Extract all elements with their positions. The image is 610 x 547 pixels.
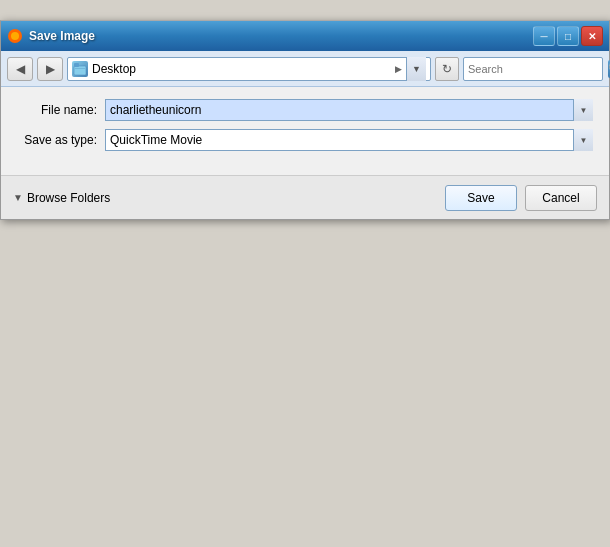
filename-row: File name: ▼	[17, 99, 593, 121]
footer-buttons: Save Cancel	[445, 185, 597, 211]
maximize-button[interactable]: □	[557, 26, 579, 46]
search-bar[interactable]: 🔍	[463, 57, 603, 81]
svg-rect-4	[75, 68, 85, 69]
location-bar[interactable]: Desktop ▶ ▼	[67, 57, 431, 81]
refresh-button[interactable]: ↻	[435, 57, 459, 81]
svg-point-1	[11, 32, 19, 40]
browse-folders-label: Browse Folders	[27, 191, 110, 205]
window-icon	[7, 28, 23, 44]
close-button[interactable]: ✕	[581, 26, 603, 46]
toolbar: ◀ ▶ Desktop ▶ ▼ ↻	[1, 51, 609, 87]
location-dropdown-button[interactable]: ▼	[406, 57, 426, 81]
forward-button[interactable]: ▶	[37, 57, 63, 81]
svg-rect-3	[74, 63, 79, 67]
browse-folders-button[interactable]: ▼ Browse Folders	[13, 191, 110, 205]
filename-input-wrapper: ▼	[105, 99, 593, 121]
location-arrow: ▶	[395, 64, 402, 74]
back-icon: ◀	[16, 62, 25, 76]
filetype-row: Save as type: QuickTime Movie ▼	[17, 129, 593, 151]
dialog-body: File name: ▼ Save as type: QuickTime Mov…	[1, 87, 609, 175]
cancel-button[interactable]: Cancel	[525, 185, 597, 211]
svg-rect-2	[74, 66, 86, 75]
refresh-icon: ↻	[442, 62, 452, 76]
filename-input[interactable]	[105, 99, 593, 121]
filename-dropdown-button[interactable]: ▼	[573, 99, 593, 121]
forward-icon: ▶	[46, 62, 55, 76]
minimize-button[interactable]: ─	[533, 26, 555, 46]
browse-arrow-icon: ▼	[13, 192, 23, 203]
window-title: Save Image	[29, 29, 95, 43]
title-buttons: ─ □ ✕	[533, 26, 603, 46]
location-icon	[72, 61, 88, 77]
dialog-footer: ▼ Browse Folders Save Cancel	[1, 175, 609, 219]
filetype-label: Save as type:	[17, 133, 97, 147]
search-input[interactable]	[468, 63, 606, 75]
save-button[interactable]: Save	[445, 185, 517, 211]
back-button[interactable]: ◀	[7, 57, 33, 81]
filetype-select-wrapper: QuickTime Movie ▼	[105, 129, 593, 151]
title-bar: Save Image ─ □ ✕	[1, 21, 609, 51]
filetype-select[interactable]: QuickTime Movie	[105, 129, 593, 151]
filename-label: File name:	[17, 103, 97, 117]
location-label: Desktop	[92, 62, 391, 76]
title-bar-left: Save Image	[7, 28, 95, 44]
dialog-window: Save Image ─ □ ✕ ◀ ▶	[0, 20, 610, 220]
